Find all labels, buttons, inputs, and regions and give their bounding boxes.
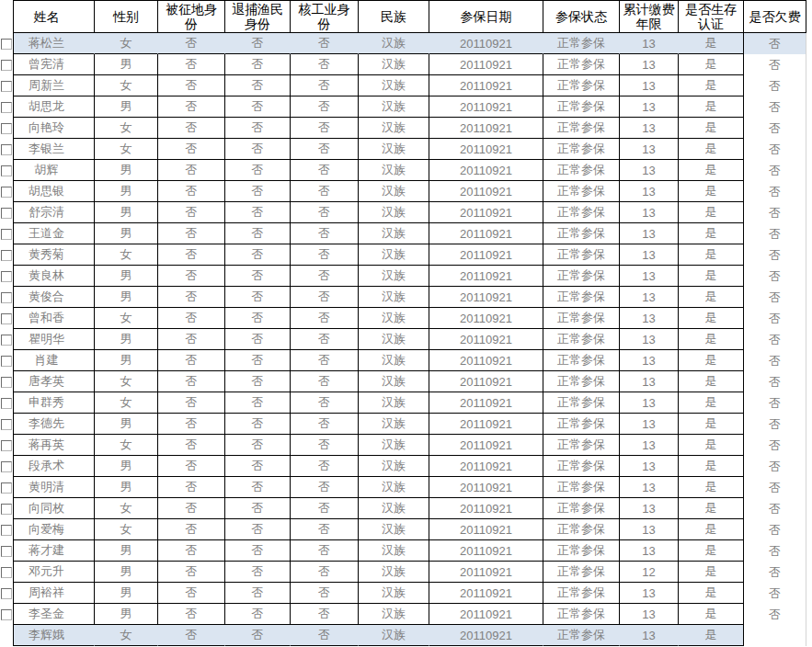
cell-land[interactable]: 否 — [158, 202, 225, 223]
cell-ethnic[interactable]: 汉族 — [359, 202, 429, 223]
cell-nuclear[interactable]: 否 — [291, 477, 359, 498]
cell-fisher[interactable]: 否 — [225, 287, 291, 308]
cell-fisher[interactable]: 否 — [225, 202, 291, 223]
cell-status[interactable]: 正常参保 — [543, 562, 620, 583]
cell-land[interactable]: 否 — [158, 329, 225, 350]
cell-alive[interactable]: 是 — [679, 202, 744, 223]
cell-name[interactable]: 段承术 — [13, 456, 95, 477]
table-row[interactable]: 李辉娥女否否否汉族20110921正常参保13是 — [0, 625, 806, 646]
cell-date[interactable]: 20110921 — [429, 477, 543, 498]
cell-date[interactable]: 20110921 — [429, 583, 543, 604]
cell-ethnic[interactable]: 汉族 — [359, 96, 429, 118]
cell-name[interactable]: 胡辉 — [13, 160, 95, 181]
cell-alive[interactable]: 是 — [679, 75, 744, 96]
column-header-arrears[interactable]: 是否欠费 — [744, 0, 806, 33]
table-row[interactable]: 蒋松兰女否否否汉族20110921正常参保13是否 — [0, 33, 806, 54]
cell-years[interactable]: 13 — [620, 625, 679, 646]
row-checkbox[interactable] — [1, 461, 12, 472]
cell-years[interactable]: 13 — [620, 519, 679, 540]
cell-fisher[interactable]: 否 — [225, 75, 291, 96]
cell-alive[interactable]: 是 — [679, 371, 744, 392]
cell-years[interactable]: 13 — [620, 350, 679, 371]
cell-land[interactable]: 否 — [158, 266, 225, 287]
cell-status[interactable]: 正常参保 — [543, 308, 620, 329]
cell-alive[interactable]: 是 — [679, 181, 744, 202]
cell-land[interactable]: 否 — [158, 392, 225, 414]
cell-fisher[interactable]: 否 — [225, 604, 291, 625]
cell-name[interactable]: 胡思银 — [13, 181, 95, 202]
cell-land[interactable]: 否 — [158, 287, 225, 308]
cell-years[interactable]: 13 — [620, 371, 679, 392]
cell-arrears[interactable] — [744, 625, 806, 646]
row-checkbox[interactable] — [1, 250, 12, 261]
cell-ethnic[interactable]: 汉族 — [359, 223, 429, 244]
cell-years[interactable]: 13 — [620, 244, 679, 266]
row-checkbox[interactable] — [1, 440, 12, 451]
row-checkbox[interactable] — [1, 567, 12, 578]
cell-land[interactable]: 否 — [158, 96, 225, 118]
row-checkbox[interactable] — [1, 271, 12, 282]
cell-status[interactable]: 正常参保 — [543, 118, 620, 139]
table-row[interactable]: 黄良林男否否否汉族20110921正常参保13是否 — [0, 266, 806, 287]
cell-status[interactable]: 正常参保 — [543, 54, 620, 75]
table-row[interactable]: 胡思银男否否否汉族20110921正常参保13是否 — [0, 181, 806, 202]
column-header-date[interactable]: 参保日期 — [429, 0, 543, 33]
cell-arrears[interactable]: 否 — [744, 519, 806, 540]
cell-gender[interactable]: 女 — [95, 498, 158, 519]
table-row[interactable]: 邓元升男否否否汉族20110921正常参保12是否 — [0, 562, 806, 583]
cell-date[interactable]: 20110921 — [429, 350, 543, 371]
cell-fisher[interactable]: 否 — [225, 118, 291, 139]
row-checkbox[interactable] — [1, 588, 12, 599]
cell-status[interactable]: 正常参保 — [543, 266, 620, 287]
cell-nuclear[interactable]: 否 — [291, 519, 359, 540]
cell-date[interactable]: 20110921 — [429, 54, 543, 75]
cell-ethnic[interactable]: 汉族 — [359, 583, 429, 604]
cell-alive[interactable]: 是 — [679, 96, 744, 118]
cell-name[interactable]: 曾宪清 — [13, 54, 95, 75]
cell-alive[interactable]: 是 — [679, 244, 744, 266]
cell-arrears[interactable]: 否 — [744, 139, 806, 160]
cell-status[interactable]: 正常参保 — [543, 583, 620, 604]
row-checkbox[interactable] — [1, 482, 12, 494]
table-row[interactable]: 肖建男否否否汉族20110921正常参保13是否 — [0, 350, 806, 371]
cell-ethnic[interactable]: 汉族 — [359, 350, 429, 371]
cell-years[interactable]: 13 — [620, 414, 679, 435]
cell-land[interactable]: 否 — [158, 308, 225, 329]
row-checkbox[interactable] — [1, 504, 12, 515]
cell-fisher[interactable]: 否 — [225, 181, 291, 202]
cell-years[interactable]: 13 — [620, 139, 679, 160]
row-checkbox[interactable] — [1, 609, 12, 620]
cell-ethnic[interactable]: 汉族 — [359, 456, 429, 477]
cell-alive[interactable]: 是 — [679, 139, 744, 160]
cell-land[interactable]: 否 — [158, 160, 225, 181]
cell-nuclear[interactable]: 否 — [291, 223, 359, 244]
cell-name[interactable]: 曾和香 — [13, 308, 95, 329]
cell-status[interactable]: 正常参保 — [543, 223, 620, 244]
cell-date[interactable]: 20110921 — [429, 266, 543, 287]
cell-gender[interactable]: 男 — [95, 414, 158, 435]
cell-land[interactable]: 否 — [158, 519, 225, 540]
cell-land[interactable]: 否 — [158, 625, 225, 646]
cell-arrears[interactable]: 否 — [744, 287, 806, 308]
cell-status[interactable]: 正常参保 — [543, 329, 620, 350]
cell-ethnic[interactable]: 汉族 — [359, 371, 429, 392]
cell-gender[interactable]: 男 — [95, 329, 158, 350]
cell-nuclear[interactable]: 否 — [291, 244, 359, 266]
cell-fisher[interactable]: 否 — [225, 540, 291, 562]
cell-ethnic[interactable]: 汉族 — [359, 625, 429, 646]
cell-land[interactable]: 否 — [158, 54, 225, 75]
cell-alive[interactable]: 是 — [679, 54, 744, 75]
table-row[interactable]: 黄明清男否否否汉族20110921正常参保13是否 — [0, 477, 806, 498]
cell-ethnic[interactable]: 汉族 — [359, 414, 429, 435]
cell-nuclear[interactable]: 否 — [291, 456, 359, 477]
cell-gender[interactable]: 男 — [95, 223, 158, 244]
column-header-alive[interactable]: 是否生存 认证 — [679, 0, 744, 33]
cell-ethnic[interactable]: 汉族 — [359, 181, 429, 202]
cell-date[interactable]: 20110921 — [429, 540, 543, 562]
cell-status[interactable]: 正常参保 — [543, 287, 620, 308]
cell-name[interactable]: 李银兰 — [13, 139, 95, 160]
cell-years[interactable]: 13 — [620, 266, 679, 287]
table-row[interactable]: 黄俊合男否否否汉族20110921正常参保13是否 — [0, 287, 806, 308]
table-row[interactable]: 李银兰女否否否汉族20110921正常参保13是否 — [0, 139, 806, 160]
cell-years[interactable]: 13 — [620, 540, 679, 562]
